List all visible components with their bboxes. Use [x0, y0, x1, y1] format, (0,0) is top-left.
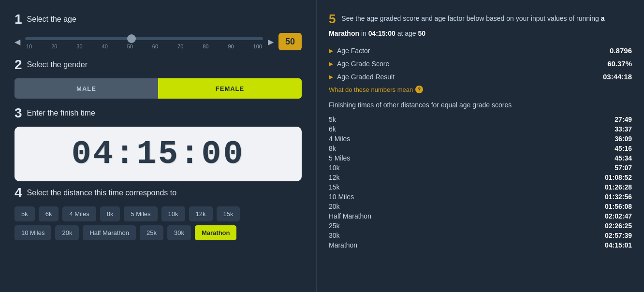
finishing-row: Marathon04:15:01	[329, 240, 632, 250]
slider-labels: 10 20 30 40 50 60 70 80 90 100	[25, 44, 263, 49]
time-display: 04:15:00	[72, 135, 245, 173]
gender-female-btn[interactable]: FEMALE	[158, 78, 302, 99]
finishing-row: 5k27:49	[329, 115, 632, 124]
dist-5k[interactable]: 5k	[15, 206, 35, 221]
dist-10miles[interactable]: 10 Miles	[15, 225, 51, 240]
what-link[interactable]: What do these numbers mean ?	[329, 86, 632, 93]
left-panel: 1 Select the age ◀ 10 20 30 40 50 60 70 …	[0, 0, 317, 292]
what-link-text: What do these numbers mean	[329, 86, 413, 93]
finishing-row: 15k01:26:28	[329, 182, 632, 192]
age-graded-result-arrow: ▶	[329, 73, 333, 80]
age-slider-container: ◀ 10 20 30 40 50 60 70 80 90 100 ▶ 50	[15, 33, 302, 50]
dist-20k[interactable]: 20k	[55, 225, 79, 240]
gender-male-btn[interactable]: MALE	[15, 78, 158, 99]
distance-row-1: 5k 6k 4 Miles 8k 5 Miles 10k 12k 15k	[15, 206, 302, 221]
age-grade-score-value: 60.37%	[607, 59, 632, 68]
finishing-row: 5 Miles45:34	[329, 153, 632, 163]
step4-number: 4	[15, 186, 22, 200]
step3-label: Enter the finish time	[27, 109, 95, 117]
step1-header: 1 Select the age	[15, 13, 302, 26]
dist-15k[interactable]: 15k	[217, 206, 240, 221]
dist-5miles[interactable]: 5 Miles	[124, 206, 157, 221]
dist-12k[interactable]: 12k	[189, 206, 213, 221]
finishing-times-title: Finishing times of other distances for e…	[329, 101, 632, 109]
step2-number: 2	[15, 58, 22, 72]
dist-6k[interactable]: 6k	[39, 206, 59, 221]
help-icon: ?	[415, 86, 423, 93]
finishing-row: 12k01:08:52	[329, 173, 632, 182]
finishing-row: 20k01:56:08	[329, 202, 632, 211]
result-time: 04:15:00	[368, 29, 395, 37]
finishing-row: 8k45:16	[329, 144, 632, 153]
right-panel: 5 See the age graded score and age facto…	[317, 0, 644, 292]
age-graded-result-row[interactable]: ▶ Age Graded Result 03:44:18	[329, 73, 632, 81]
time-display-container[interactable]: 04:15:00	[15, 127, 302, 181]
step2-label: Select the gender	[27, 60, 88, 69]
slider-right-arrow[interactable]: ▶	[268, 37, 274, 46]
finishing-row: 10k57:07	[329, 163, 632, 173]
dist-10k[interactable]: 10k	[161, 206, 185, 221]
result-intro: 5 See the age graded score and age facto…	[329, 10, 632, 39]
finishing-table: 5k27:496k33:374 Miles36:098k45:165 Miles…	[329, 115, 632, 250]
gender-toggle: MALE FEMALE	[15, 78, 302, 99]
age-graded-result-value: 03:44:18	[603, 73, 632, 81]
step2-header: 2 Select the gender	[15, 58, 302, 72]
step3-number: 3	[15, 106, 22, 120]
step5-number: 5	[329, 12, 336, 26]
step3-header: 3 Enter the finish time	[15, 106, 302, 120]
age-badge: 50	[278, 33, 302, 50]
step4-label: Select the distance this time correspond…	[27, 189, 177, 197]
dist-25k[interactable]: 25k	[140, 225, 163, 240]
slider-left-arrow[interactable]: ◀	[15, 37, 20, 46]
age-grade-score-arrow: ▶	[329, 60, 333, 67]
finishing-row: 10 Miles01:32:56	[329, 192, 632, 202]
dist-half-marathon[interactable]: Half Marathon	[83, 225, 136, 240]
age-slider[interactable]	[25, 37, 263, 40]
step4-header: 4 Select the distance this time correspo…	[15, 186, 302, 200]
result-intro-text: See the age graded score and age factor …	[341, 15, 599, 22]
dist-marathon[interactable]: Marathon	[195, 225, 237, 240]
age-graded-result-label: Age Graded Result	[337, 73, 603, 81]
finishing-row: 6k33:37	[329, 124, 632, 134]
age-grade-score-label: Age Grade Score	[337, 60, 607, 68]
finishing-row: 30k02:57:39	[329, 231, 632, 240]
age-factor-arrow: ▶	[329, 47, 333, 54]
age-grade-score-row[interactable]: ▶ Age Grade Score 60.37%	[329, 59, 632, 68]
age-factor-value: 0.8796	[610, 46, 632, 55]
distance-row-2: 10 Miles 20k Half Marathon 25k 30k Marat…	[15, 225, 302, 240]
age-factor-row[interactable]: ▶ Age Factor 0.8796	[329, 46, 632, 55]
age-factor-label: Age Factor	[337, 47, 610, 55]
finishing-row: 25k02:26:25	[329, 221, 632, 231]
finishing-row: Half Marathon02:02:47	[329, 211, 632, 221]
result-age: 50	[418, 29, 425, 37]
step1-number: 1	[15, 13, 22, 26]
dist-8k[interactable]: 8k	[100, 206, 120, 221]
slider-wrapper: 10 20 30 40 50 60 70 80 90 100	[25, 34, 263, 49]
finishing-row: 4 Miles36:09	[329, 134, 632, 144]
dist-30k[interactable]: 30k	[167, 225, 191, 240]
dist-4miles[interactable]: 4 Miles	[62, 206, 96, 221]
step1-label: Select the age	[27, 15, 76, 24]
